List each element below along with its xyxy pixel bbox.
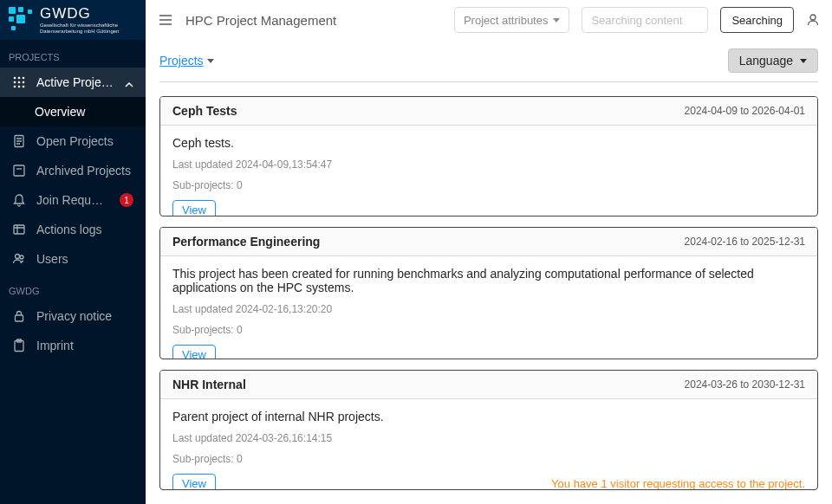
svg-rect-5	[11, 26, 16, 30]
project-last-updated: Last updated 2024-02-16,13:20:20	[172, 303, 805, 315]
header: HPC Project Management Project attribute…	[146, 0, 832, 40]
project-card-footer: View	[172, 345, 805, 359]
file-icon	[12, 134, 26, 148]
svg-rect-4	[28, 10, 32, 14]
project-card-header: Performance Engineering 2024-02-16 to 20…	[160, 228, 817, 256]
view-button[interactable]: View	[172, 345, 216, 359]
project-dates: 2024-04-09 to 2026-04-01	[685, 105, 805, 117]
language-label: Language	[739, 54, 793, 68]
sidebar-item-open-projects[interactable]: Open Projects	[0, 126, 146, 156]
project-card-body: Ceph tests. Last updated 2024-04-09,13:5…	[160, 126, 817, 216]
project-title: Performance Engineering	[172, 235, 320, 249]
sidebar-item-active-projects[interactable]: Active Projects	[0, 68, 146, 97]
brand-icon	[9, 7, 35, 33]
project-description: This project has been created for runnin…	[172, 267, 805, 294]
sidebar-item-label: Actions logs	[36, 223, 133, 236]
svg-point-12	[14, 86, 16, 88]
sidebar-section-projects: PROJECTS	[0, 40, 146, 68]
svg-rect-20	[16, 315, 23, 321]
project-card: Ceph Tests 2024-04-09 to 2026-04-01 Ceph…	[159, 96, 818, 216]
sidebar-item-label: Active Projects	[36, 75, 114, 89]
project-card-body: This project has been created for runnin…	[160, 256, 817, 359]
svg-rect-3	[16, 15, 25, 23]
brand-text: GWDG Gesellschaft für wissenschaftliche …	[40, 5, 119, 34]
project-sub-projects: Sub-projects: 0	[172, 453, 805, 465]
sidebar-item-join-requests[interactable]: Join Requests 1	[0, 185, 146, 215]
svg-point-23	[810, 15, 816, 20]
svg-point-9	[14, 81, 16, 84]
brand-logo[interactable]: GWDG Gesellschaft für wissenschaftliche …	[0, 0, 146, 40]
breadcrumb-projects[interactable]: Projects	[159, 54, 214, 68]
sidebar-item-privacy-notice[interactable]: Privacy notice	[0, 301, 146, 331]
language-button[interactable]: Language	[728, 48, 818, 73]
brand-tagline-2: Datenverarbeitung mbH Göttingen	[40, 29, 119, 35]
project-card-footer: View You have 1 visitor requesting acces…	[172, 474, 805, 490]
svg-point-8	[23, 77, 25, 80]
svg-rect-0	[9, 7, 16, 14]
caret-down-icon	[207, 59, 214, 63]
svg-point-13	[18, 86, 21, 88]
project-sub-projects: Sub-projects: 0	[172, 324, 805, 336]
project-title: NHR Internal	[172, 378, 246, 391]
sidebar-item-label: Archived Projects	[36, 164, 133, 178]
svg-point-14	[23, 86, 25, 88]
search-button[interactable]: Searching	[720, 7, 794, 33]
sidebar-item-label: Join Requests	[36, 193, 109, 207]
sidebar-item-archived-projects[interactable]: Archived Projects	[0, 156, 146, 185]
main-area: HPC Project Management Project attribute…	[146, 0, 832, 504]
table-icon	[12, 223, 26, 236]
project-card-footer: View	[172, 200, 805, 216]
archive-icon	[12, 164, 26, 178]
caret-down-icon	[800, 59, 807, 63]
view-button[interactable]: View	[172, 200, 216, 216]
svg-rect-2	[9, 16, 14, 22]
sidebar-item-imprint[interactable]: Imprint	[0, 331, 146, 360]
notification-badge: 1	[120, 193, 133, 207]
brand-tagline-1: Gesellschaft für wissenschaftliche	[40, 23, 119, 29]
svg-rect-16	[14, 165, 24, 176]
chevron-up-icon	[125, 78, 133, 87]
sidebar: GWDG Gesellschaft für wissenschaftliche …	[0, 0, 146, 504]
project-dates: 2024-02-16 to 2025-12-31	[685, 236, 805, 248]
project-card-header: Ceph Tests 2024-04-09 to 2026-04-01	[160, 97, 817, 126]
project-title: Ceph Tests	[172, 104, 237, 118]
breadcrumb-label: Projects	[159, 54, 204, 68]
caret-down-icon	[553, 18, 560, 23]
menu-toggle-icon[interactable]	[158, 12, 173, 28]
dropdown-label: Project attributes	[464, 14, 549, 27]
grid-icon	[12, 75, 26, 89]
sidebar-item-label: Imprint	[36, 339, 133, 352]
svg-rect-1	[18, 7, 23, 12]
project-last-updated: Last updated 2024-03-26,16:14:15	[172, 432, 805, 444]
project-description: Ceph tests.	[172, 136, 805, 150]
svg-point-19	[20, 255, 23, 259]
project-card-body: Parent project of internal NHR projects.…	[160, 399, 817, 490]
svg-point-11	[23, 81, 25, 84]
project-card-header: NHR Internal 2024-03-26 to 2030-12-31	[160, 371, 817, 399]
visitor-notice: You have 1 visitor requesting access to …	[551, 477, 805, 490]
project-dates: 2024-03-26 to 2030-12-31	[685, 378, 805, 391]
svg-point-10	[18, 81, 21, 84]
project-list: Ceph Tests 2024-04-09 to 2026-04-01 Ceph…	[146, 96, 832, 504]
sidebar-item-users[interactable]: Users	[0, 244, 146, 274]
sidebar-item-label: Overview	[35, 105, 133, 119]
sidebar-item-label: Users	[36, 252, 133, 266]
user-icon[interactable]	[806, 13, 820, 27]
view-button[interactable]: View	[172, 474, 216, 490]
subheader: Projects Language	[146, 40, 832, 81]
project-card: Performance Engineering 2024-02-16 to 20…	[159, 227, 818, 359]
sidebar-item-overview[interactable]: Overview	[0, 97, 146, 126]
project-sub-projects: Sub-projects: 0	[172, 179, 805, 191]
sidebar-item-actions-logs[interactable]: Actions logs	[0, 215, 146, 244]
users-icon	[12, 252, 26, 266]
project-card: NHR Internal 2024-03-26 to 2030-12-31 Pa…	[159, 370, 818, 490]
clipboard-icon	[12, 339, 26, 352]
lock-icon	[12, 309, 26, 323]
brand-name: GWDG	[40, 5, 119, 23]
page-title: HPC Project Management	[185, 13, 336, 28]
project-attributes-dropdown[interactable]: Project attributes	[454, 7, 570, 33]
svg-point-7	[18, 77, 21, 80]
sidebar-section-gwdg: GWDG	[0, 274, 146, 301]
svg-point-18	[16, 255, 20, 259]
search-input[interactable]	[582, 7, 708, 33]
